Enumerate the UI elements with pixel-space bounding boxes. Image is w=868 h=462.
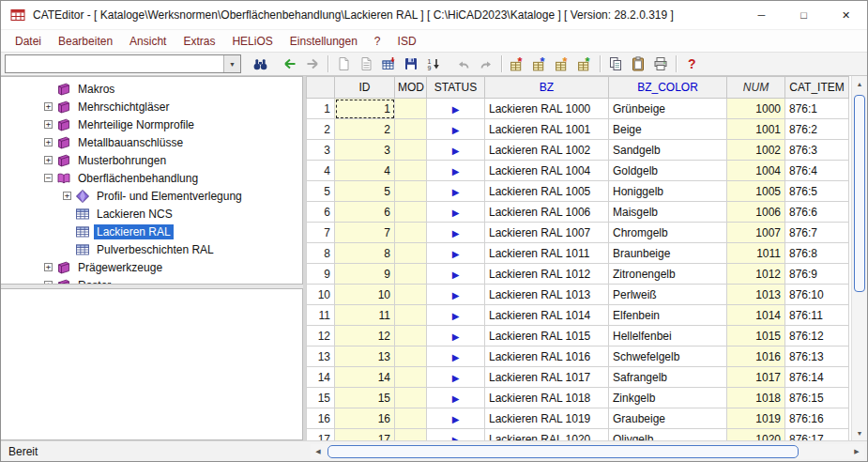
grid-cell-id[interactable]: 17 [335,429,395,441]
grid-cell-bz[interactable]: Lackieren RAL 1016 [485,346,609,367]
grid-cell-num[interactable]: 1019 [727,408,785,429]
col-header-rownum[interactable] [307,77,335,99]
scroll-down-icon[interactable]: ▼ [852,425,867,440]
help-button[interactable]: ? [680,53,703,75]
collapse-icon[interactable]: − [44,174,53,182]
grid-cell-mod[interactable] [395,346,427,367]
grid-cell-mod[interactable] [395,161,427,181]
expand-icon[interactable]: + [44,263,53,271]
menu-item-isd[interactable]: ISD [389,32,425,51]
row-header[interactable]: 3 [307,140,335,161]
undo-button[interactable] [452,53,475,75]
print-button[interactable] [649,53,672,75]
grid-cell-num[interactable]: 1011 [727,243,785,264]
tree-item-profil-und-elementverlegung[interactable]: +Profil- und Elementverlegung [1,187,302,205]
menu-item-help[interactable]: ? [366,32,389,51]
row-header[interactable]: 1 [307,99,335,119]
grid-cell-cat_item[interactable]: 876:3 [785,140,849,161]
grid-cell-bz_color[interactable]: Braunbeige [609,243,727,264]
row-header[interactable]: 17 [307,429,335,441]
redo-button[interactable] [475,53,497,75]
grid-cell-id[interactable]: 3 [335,140,395,161]
scroll-right-icon[interactable]: ▶ [849,444,864,459]
grid-cell-cat_item[interactable]: 876:4 [785,161,849,181]
grid-cell-status[interactable]: ▶ [427,119,485,140]
grid-cell-bz[interactable]: Lackieren RAL 1006 [485,202,609,223]
combobox-dropdown-icon[interactable]: ▼ [223,55,240,72]
grid-cell-mod[interactable] [395,202,427,223]
grid-cell-id[interactable]: 10 [335,285,395,305]
col-header-status[interactable]: STATUS [427,77,485,99]
row-header[interactable]: 5 [307,181,335,202]
grid-cell-bz[interactable]: Lackieren RAL 1017 [485,367,609,388]
menu-item-einstellungen[interactable]: Einstellungen [282,32,366,51]
grid-cell-cat_item[interactable]: 876:16 [785,408,849,429]
new-record-red-button[interactable]: * [506,53,528,75]
col-header-bz_color[interactable]: BZ_COLOR [609,77,727,99]
expand-icon[interactable]: + [63,192,71,200]
grid-cell-id[interactable]: 2 [335,119,395,140]
grid-cell-bz_color[interactable]: Zitronengelb [609,264,727,285]
row-header[interactable]: 7 [307,223,335,243]
grid-cell-status[interactable]: ▶ [427,346,485,367]
grid-cell-status[interactable]: ▶ [427,161,485,181]
tree-item-lackieren-ncs[interactable]: Lackieren NCS [1,205,302,223]
grid-cell-cat_item[interactable]: 876:15 [785,388,849,408]
grid-cell-status[interactable]: ▶ [427,285,485,305]
grid-cell-mod[interactable] [395,181,427,202]
grid-cell-num[interactable]: 1001 [727,119,785,140]
tree-item-oberflächenbehandlung[interactable]: −Oberflächenbehandlung [1,169,302,187]
grid-cell-cat_item[interactable]: 876:7 [785,223,849,243]
paste-button[interactable] [627,53,649,75]
grid-cell-bz[interactable]: Lackieren RAL 1000 [485,99,609,119]
grid-cell-num[interactable]: 1016 [727,346,785,367]
grid-cell-status[interactable]: ▶ [427,243,485,264]
tree-item-prägewerkzeuge[interactable]: +Prägewerkzeuge [1,258,302,276]
grid-cell-mod[interactable] [395,285,427,305]
grid-cell-cat_item[interactable]: 876:14 [785,367,849,388]
grid-cell-status[interactable]: ▶ [427,429,485,441]
grid-cell-id[interactable]: 12 [335,326,395,346]
grid-cell-bz[interactable]: Lackieren RAL 1012 [485,264,609,285]
row-header[interactable]: 9 [307,264,335,285]
grid-cell-bz[interactable]: Lackieren RAL 1002 [485,140,609,161]
row-header[interactable]: 10 [307,285,335,305]
renumber-button[interactable]: 19 [422,53,445,75]
grid-cell-num[interactable]: 1004 [727,161,785,181]
tree-item-raster[interactable]: +Raster [1,276,302,285]
row-header[interactable]: 15 [307,388,335,408]
grid-cell-bz[interactable]: Lackieren RAL 1007 [485,223,609,243]
col-header-bz[interactable]: BZ [485,77,609,99]
grid-cell-mod[interactable] [395,99,427,119]
grid-cell-num[interactable]: 1014 [727,305,785,326]
expand-icon[interactable]: + [44,138,53,146]
grid-cell-id[interactable]: 5 [335,181,395,202]
grid-cell-mod[interactable] [395,367,427,388]
horizontal-scroll-track[interactable] [326,444,849,459]
grid-cell-cat_item[interactable]: 876:13 [785,346,849,367]
vertical-scroll-thumb[interactable] [854,95,865,292]
grid-cell-num[interactable]: 1020 [727,429,785,441]
grid-cell-bz[interactable]: Lackieren RAL 1011 [485,243,609,264]
vertical-scrollbar[interactable]: ▲ ▼ [851,76,867,440]
minimize-button[interactable]: ─ [740,1,783,29]
grid-cell-bz[interactable]: Lackieren RAL 1005 [485,181,609,202]
save-button[interactable] [400,53,422,75]
tree-item-mehrschichtgläser[interactable]: +Mehrschichtgläser [1,98,302,116]
grid-cell-mod[interactable] [395,408,427,429]
grid-cell-cat_item[interactable]: 876:2 [785,119,849,140]
grid-cell-num[interactable]: 1007 [727,223,785,243]
row-header[interactable]: 2 [307,119,335,140]
grid-cell-status[interactable]: ▶ [427,367,485,388]
grid-cell-bz_color[interactable]: Honiggelb [609,181,727,202]
grid-cell-cat_item[interactable]: 876:6 [785,202,849,223]
grid-cell-bz_color[interactable]: Beige [609,119,727,140]
row-header[interactable]: 16 [307,408,335,429]
new-record-green-button[interactable]: * [573,53,596,75]
grid-cell-mod[interactable] [395,264,427,285]
grid-cell-status[interactable]: ▶ [427,264,485,285]
grid-cell-bz_color[interactable]: Elfenbein [609,305,727,326]
search-input[interactable] [6,55,223,72]
expand-icon[interactable]: + [44,120,53,129]
col-header-mod[interactable]: MOD [395,77,427,99]
